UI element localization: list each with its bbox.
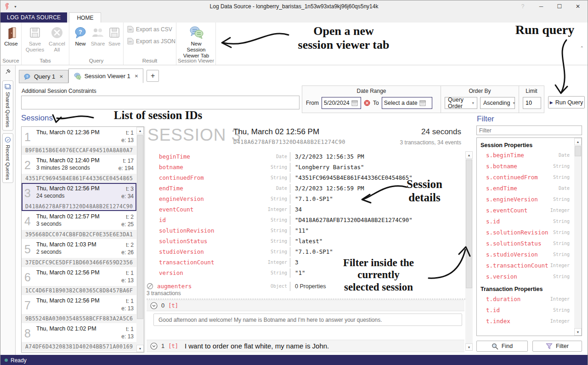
to-date-field[interactable]: Select a date: [382, 97, 432, 109]
session-list-item[interactable]: 6Thu, March 02 12:56 PMt: 1e: 13 1CC4D6F…: [22, 267, 136, 295]
filter-input[interactable]: [476, 125, 582, 135]
close-tab-icon[interactable]: ✕: [135, 74, 138, 79]
save-query-button[interactable]: Save: [106, 25, 123, 47]
session-detail-id: D418A6278AFB71320D48A8B2E1274C90: [233, 139, 345, 145]
save-queries-button[interactable]: Save Queries: [25, 25, 45, 53]
filter-property[interactable]: s.versionString: [477, 271, 582, 282]
ribbon-tab-strip: LOG DATA SOURCE HOME: [0, 12, 588, 23]
chat-bubbles-icon: [181, 25, 211, 40]
app-menu-tab[interactable]: LOG DATA SOURCE: [0, 12, 67, 23]
scroll-up-icon[interactable]: ▲: [136, 127, 144, 134]
from-date-field[interactable]: 5/20/2024: [322, 97, 361, 109]
clear-date-button[interactable]: [364, 100, 370, 106]
property-row: solutionRevisionString"11": [147, 225, 464, 236]
cancel-all-button[interactable]: Cancel All: [47, 25, 67, 53]
filter-heading: Filter: [477, 114, 494, 124]
filter-button[interactable]: Filter: [532, 341, 582, 352]
sidebar-tab-recent-queries[interactable]: Recent Queries: [2, 133, 13, 183]
annotation-list-ids: List of session IDs: [91, 109, 225, 122]
scroll-down-icon[interactable]: ▼: [136, 345, 144, 352]
filter-property[interactable]: s.continuedFromString: [477, 171, 582, 182]
property-row: idString"D418A6278AFB71320D48A8B2E1274C9…: [147, 215, 464, 225]
session-properties-list: beginTimeDate3/2/2023 12:56:35 PM botnam…: [147, 151, 464, 278]
filter-property[interactable]: s.botnameString: [477, 160, 582, 171]
session-id: 9B5524BA03003548558BCFF883A2A5C6: [22, 314, 136, 323]
filter-list-scrollbar[interactable]: ▲ ▼: [574, 138, 582, 336]
transaction-row-1[interactable]: 1 [t] I want to order one flat white, my…: [147, 340, 464, 352]
status-bar: Ready: [0, 355, 588, 365]
sessions-scrollbar[interactable]: ▲ ▼: [136, 127, 144, 352]
group-label-query: Query: [69, 58, 123, 63]
scroll-up-icon[interactable]: ▲: [574, 138, 582, 145]
session-list-item[interactable]: 4Thu, March 02 12:57 PM3 secondst: 2e: 2…: [22, 211, 136, 239]
sessions-list: 1Thu, March 02 12:36 PMt: 1e: 13 B9FB615…: [21, 126, 144, 353]
session-list-item[interactable]: 5Thu, March 02 1:03 PM2 secondst: 2e: 26…: [22, 239, 136, 267]
session-list-item[interactable]: 8Thu, March 02 1:02 PMt: 1e: 13 A74DF6D4…: [22, 323, 136, 351]
filter-property[interactable]: t.idString: [477, 304, 582, 315]
filter-property[interactable]: s.solutionRevisionString: [477, 227, 582, 238]
export-csv-button[interactable]: csv Export as CSV: [127, 26, 172, 33]
session-id: 1CC4D6F81B90382C80365C8D8457BA6F: [22, 286, 136, 295]
close-tab-icon[interactable]: ✕: [59, 74, 63, 79]
new-query-button[interactable]: ? New: [72, 25, 89, 47]
run-query-button[interactable]: ▶ Run Query: [548, 96, 585, 108]
property-row: solutionStatusString"latest": [147, 236, 464, 246]
scroll-up-icon[interactable]: ▲: [465, 151, 473, 159]
order-field-select[interactable]: Query Order ▾: [445, 97, 477, 109]
calendar-icon[interactable]: [419, 100, 426, 106]
filter-property[interactable]: s.engineVersionString: [477, 194, 582, 205]
session-list-item[interactable]: 2Thu, March 02 12:40 PM3 minutes 28 seco…: [22, 155, 136, 183]
close-window-button[interactable]: ✕: [575, 3, 581, 10]
order-direction-select[interactable]: Ascending ▾: [480, 97, 515, 109]
filter-property[interactable]: s.endTimeDate: [477, 182, 582, 194]
to-label: To: [373, 100, 379, 106]
minimize-button[interactable]: ─: [538, 3, 544, 10]
filter-property[interactable]: t.durationInteger: [477, 293, 582, 304]
transaction-row-0[interactable]: 0 [t]: [147, 300, 464, 311]
expand-chevron-icon[interactable]: [150, 302, 158, 309]
maximize-button[interactable]: ☐: [556, 3, 563, 10]
left-sidebar: ? Shared Queries Recent Queries: [0, 65, 16, 355]
limit-input[interactable]: [523, 97, 541, 109]
filter-property[interactable]: s.eventCountInteger: [477, 205, 582, 216]
tab-session-viewer-1[interactable]: Session Viewer 1 ✕: [68, 68, 144, 83]
find-button[interactable]: Find: [476, 341, 528, 352]
filter-property[interactable]: s.studioVersionString: [477, 249, 582, 260]
limit-label: Limit: [519, 86, 544, 94]
session-id: 37EDCFC9CE5DFF1BD603466F659D2356: [22, 258, 136, 267]
help-button[interactable]: ?: [520, 3, 526, 10]
session-list-item[interactable]: 7Thu, March 02 12:56 PMt: 1e: 13 9B5524B…: [22, 295, 136, 323]
svg-text:?: ?: [79, 29, 82, 35]
collapse-ribbon-icon[interactable]: ⌃: [580, 46, 584, 51]
share-query-button[interactable]: Share: [90, 25, 106, 47]
scroll-down-icon[interactable]: ▼: [465, 343, 473, 351]
expand-chevron-icon[interactable]: [150, 342, 158, 350]
session-list-item-selected[interactable]: 3Thu, March 02 12:56 PM24 secondst: 3e: …: [22, 183, 136, 211]
filter-property[interactable]: s.beginTimeDate: [477, 149, 582, 160]
session-detail-date: Thu, March 02 12:56 PM: [233, 127, 319, 137]
sessions-heading: Sessions: [21, 114, 53, 123]
filter-properties-list: Session Properties s.beginTimeDate s.bot…: [476, 137, 582, 336]
tab-query-1[interactable]: ? Query 1 ✕: [19, 70, 68, 83]
svg-text:?: ?: [5, 85, 7, 88]
close-source-button[interactable]: Close: [1, 25, 21, 47]
pin-icon[interactable]: [5, 69, 15, 76]
new-session-viewer-tab-button[interactable]: New Session Viewer Tab: [181, 25, 211, 59]
detail-scrollbar[interactable]: ▲ ▼: [465, 151, 473, 351]
property-row: versionString"1": [147, 268, 464, 278]
filter-property[interactable]: s.solutionStatusString: [477, 238, 582, 249]
filter-property[interactable]: s.idString: [477, 216, 582, 227]
csv-file-icon: csv: [127, 26, 134, 33]
sidebar-tab-shared-queries[interactable]: ? Shared Queries: [2, 80, 13, 131]
filter-property[interactable]: t.indexInteger: [477, 315, 582, 326]
cancel-circle-icon: [47, 25, 67, 40]
export-json-button[interactable]: json Export as JSON: [127, 38, 175, 45]
constraints-input[interactable]: [21, 96, 300, 109]
new-tab-button[interactable]: +: [147, 70, 159, 82]
calendar-icon[interactable]: [351, 100, 358, 106]
ribbon-tab-home[interactable]: HOME: [69, 12, 101, 23]
svg-text:json: json: [128, 41, 132, 43]
filter-property[interactable]: s.transactionCountInteger: [477, 260, 582, 271]
scroll-down-icon[interactable]: ▼: [574, 328, 582, 336]
session-list-item[interactable]: 1Thu, March 02 12:36 PMt: 1e: 13 B9FB615…: [22, 127, 136, 155]
